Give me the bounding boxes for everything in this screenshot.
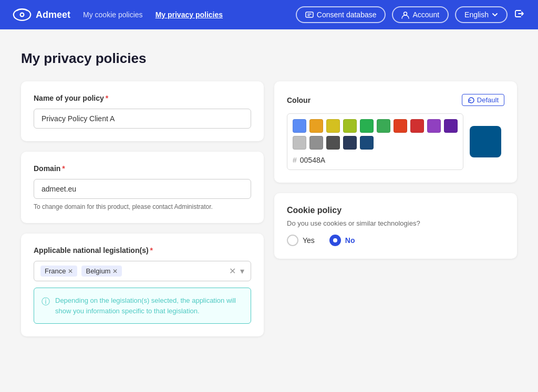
tag-france: France ✕ bbox=[40, 266, 77, 277]
brand-name: Admeet bbox=[36, 9, 70, 20]
cookie-radio-group: Yes No bbox=[287, 235, 504, 246]
navbar: Admeet My cookie policies My privacy pol… bbox=[0, 0, 538, 29]
default-button[interactable]: Default bbox=[462, 94, 504, 106]
chevron-down-icon bbox=[492, 12, 498, 18]
colour-hex-row: # bbox=[293, 156, 458, 164]
cookie-policy-title: Cookie policy bbox=[287, 206, 504, 215]
radio-yes-circle[interactable] bbox=[287, 235, 298, 246]
legislation-card: Applicable national legislation(s)* Fran… bbox=[21, 234, 264, 336]
navbar-right: Consent database Account English bbox=[296, 6, 525, 23]
colour-label: Colour bbox=[287, 96, 311, 104]
swatch-yellow-green[interactable] bbox=[343, 119, 357, 133]
remove-belgium-button[interactable]: ✕ bbox=[112, 268, 118, 275]
consent-database-button[interactable]: Consent database bbox=[296, 6, 386, 23]
multiselect-clear-icon[interactable]: ✕ bbox=[229, 266, 236, 276]
radio-no-option[interactable]: No bbox=[329, 235, 355, 246]
swatch-dark-gray[interactable] bbox=[326, 136, 340, 150]
colour-picker-area: # bbox=[287, 113, 504, 170]
svg-point-6 bbox=[404, 12, 407, 15]
swatch-dark-purple[interactable] bbox=[444, 119, 458, 133]
radio-no-label: No bbox=[345, 236, 355, 245]
policy-name-label: Name of your policy* bbox=[34, 94, 251, 102]
swatch-orange[interactable] bbox=[309, 119, 323, 133]
legislation-required: * bbox=[150, 246, 153, 255]
colour-swatches-container: # bbox=[287, 113, 463, 170]
consent-db-icon bbox=[305, 10, 314, 19]
brand-logo[interactable]: Admeet bbox=[13, 5, 70, 24]
svg-point-2 bbox=[21, 14, 24, 16]
remove-france-button[interactable]: ✕ bbox=[68, 268, 73, 275]
swatch-yellow[interactable] bbox=[326, 119, 340, 133]
tag-belgium: Belgium ✕ bbox=[81, 266, 122, 277]
page-content: My privacy policies Name of your policy*… bbox=[0, 29, 538, 357]
domain-card: Domain* To change domain for this produc… bbox=[21, 152, 264, 223]
refresh-icon bbox=[468, 97, 475, 104]
account-icon bbox=[401, 11, 409, 19]
policy-name-input[interactable] bbox=[34, 109, 251, 129]
legislation-label: Applicable national legislation(s)* bbox=[34, 246, 251, 255]
colour-header: Colour Default bbox=[287, 94, 504, 106]
swatch-dark-blue[interactable] bbox=[360, 136, 374, 150]
swatch-gray[interactable] bbox=[309, 136, 323, 150]
page-title: My privacy policies bbox=[21, 50, 517, 67]
colour-card: Colour Default bbox=[274, 81, 517, 183]
colour-hex-input[interactable] bbox=[300, 156, 337, 164]
cookie-policy-question: Do you use cookies or similar technologi… bbox=[287, 219, 504, 227]
language-button[interactable]: English bbox=[455, 6, 508, 23]
domain-label: Domain* bbox=[34, 164, 251, 173]
swatch-green2[interactable] bbox=[377, 119, 390, 133]
swatch-purple[interactable] bbox=[427, 119, 441, 133]
right-column: Colour Default bbox=[274, 81, 517, 259]
radio-no-circle[interactable] bbox=[329, 235, 341, 246]
swatch-green[interactable] bbox=[360, 119, 374, 133]
policy-name-required: * bbox=[106, 94, 108, 102]
legislation-multiselect[interactable]: France ✕ Belgium ✕ ✕ ▾ bbox=[34, 261, 251, 281]
colour-row-1 bbox=[293, 119, 458, 133]
swatch-light-gray[interactable] bbox=[293, 136, 306, 150]
left-column: Name of your policy* Domain* To change d… bbox=[21, 81, 264, 336]
logout-button[interactable] bbox=[514, 8, 525, 22]
admeet-logo-icon bbox=[13, 5, 32, 24]
legislation-info-box: ⓘ Depending on the legislation(s) select… bbox=[34, 288, 251, 324]
multiselect-actions: ✕ ▾ bbox=[229, 266, 244, 276]
svg-rect-5 bbox=[307, 15, 310, 16]
nav-privacy-policies[interactable]: My privacy policies bbox=[156, 10, 223, 19]
radio-yes-option[interactable]: Yes bbox=[287, 235, 315, 246]
svg-rect-3 bbox=[306, 12, 313, 17]
main-layout: Name of your policy* Domain* To change d… bbox=[21, 81, 517, 336]
policy-name-card: Name of your policy* bbox=[21, 81, 264, 141]
multiselect-chevron-icon[interactable]: ▾ bbox=[240, 266, 244, 276]
cookie-policy-card: Cookie policy Do you use cookies or simi… bbox=[274, 193, 517, 259]
nav-cookie-policies[interactable]: My cookie policies bbox=[83, 10, 143, 19]
svg-rect-4 bbox=[307, 14, 312, 15]
hash-symbol: # bbox=[293, 156, 297, 164]
domain-hint: To change domain for this product, pleas… bbox=[34, 203, 251, 210]
swatch-navy[interactable] bbox=[343, 136, 357, 150]
swatch-red-orange[interactable] bbox=[394, 119, 407, 133]
domain-input[interactable] bbox=[34, 179, 251, 199]
swatch-blue[interactable] bbox=[293, 119, 306, 133]
logout-icon bbox=[514, 8, 525, 19]
legislation-info-text: Depending on the legislation(s) selected… bbox=[55, 295, 243, 316]
domain-required: * bbox=[62, 164, 65, 173]
swatch-red[interactable] bbox=[410, 119, 424, 133]
colour-row-2 bbox=[293, 136, 458, 150]
selected-colour-preview bbox=[470, 126, 501, 157]
radio-yes-label: Yes bbox=[303, 236, 315, 245]
info-circle-icon: ⓘ bbox=[42, 296, 50, 316]
account-button[interactable]: Account bbox=[392, 6, 449, 23]
colour-grid: # bbox=[287, 113, 463, 170]
